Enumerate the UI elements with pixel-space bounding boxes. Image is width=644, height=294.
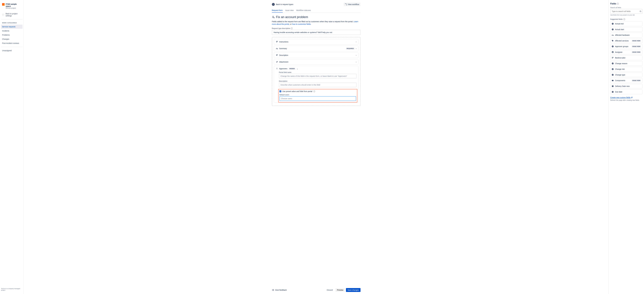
back-arrow-icon: ← xyxy=(2,14,4,16)
back-to-settings-label: Back to project settings xyxy=(6,13,22,17)
refresh-note: Refresh this page after creating new fie… xyxy=(610,99,642,101)
create-custom-fields-link[interactable]: Create new custom fields xyxy=(610,96,642,99)
field-card[interactable]: Actual start xyxy=(610,27,642,32)
sidebar-item-problems[interactable]: Problems xyxy=(1,33,22,37)
field-row-approvers[interactable]: Approvers HIDDEN ⌄ xyxy=(276,68,356,70)
chevdown-icon xyxy=(612,74,614,76)
search-fields-input[interactable] xyxy=(610,9,642,14)
field-card[interactable]: Approver groups ISSUE VIEW xyxy=(610,44,642,49)
preset-checkbox[interactable] xyxy=(280,90,281,92)
back-to-request-types[interactable]: ← Back to request types xyxy=(272,3,294,6)
request-type-description[interactable]: Having trouble accessing certain website… xyxy=(272,30,360,35)
field-row-attachment[interactable]: Attachment › xyxy=(274,59,358,65)
fields-panel: Fields i Search all fields Use fields fr… xyxy=(608,0,644,294)
field-card[interactable]: Components ISSUE VIEW xyxy=(610,78,642,83)
folder-icon xyxy=(612,79,614,82)
chevron-right-icon: › xyxy=(356,48,356,50)
field-card[interactable]: Delivery Date new xyxy=(610,84,642,88)
field-card-label: Affected services xyxy=(615,40,630,42)
field-row-summary[interactable]: Aa Summary REQUIRED › xyxy=(274,46,358,51)
field-card[interactable]: Change risk xyxy=(610,67,642,71)
svg-rect-22 xyxy=(612,85,612,86)
field-description-label: Description xyxy=(279,80,356,82)
sidebar-item-incidents[interactable]: Incidents xyxy=(1,29,22,33)
issue-view-badge: ISSUE VIEW xyxy=(632,80,641,82)
back-arrow-icon: ← xyxy=(272,3,275,6)
cal-icon xyxy=(612,91,614,93)
sidebar: ITSM sample space Service project ← Back… xyxy=(0,0,24,294)
field-row-instructions[interactable]: Instructions › xyxy=(274,39,358,45)
help-text-1: Fields added to the request form are fil… xyxy=(272,21,354,23)
field-card[interactable]: Due date xyxy=(610,90,642,94)
save-changes-button[interactable]: Save changes xyxy=(346,288,360,292)
external-link-icon xyxy=(631,97,632,98)
sidebar-item-unassigned[interactable]: Unassigned xyxy=(1,49,22,53)
field-card-label: Backout plan xyxy=(615,57,641,59)
portal-field-name-label: Portal field name xyxy=(279,71,356,73)
preview-button[interactable]: Preview xyxy=(336,288,345,292)
footer-note: You're in a company-managed project xyxy=(1,287,22,292)
give-feedback-link[interactable]: Give feedback xyxy=(272,289,324,291)
back-to-settings[interactable]: ← Back to project settings xyxy=(1,12,22,18)
search-fields-label: Search all fields xyxy=(610,7,642,9)
view-workflow-button[interactable]: View workflow xyxy=(344,3,360,6)
default-users-input[interactable] xyxy=(280,96,356,101)
field-card[interactable]: Affected services ISSUE VIEW xyxy=(610,39,642,43)
field-card-label: Affected hardware xyxy=(615,34,641,36)
field-card-label: Change reason xyxy=(615,62,641,65)
field-row-description[interactable]: Description › xyxy=(274,53,358,58)
field-card[interactable]: Change reason xyxy=(610,61,642,66)
field-row-label: Instructions xyxy=(279,41,354,43)
create-custom-fields-label: Create new custom fields xyxy=(610,96,630,99)
account-icon: ⚙ xyxy=(272,16,275,19)
preset-highlight: Use preset value and hide from portal i … xyxy=(278,89,357,102)
portal-field-name-input[interactable] xyxy=(279,74,356,78)
tab-workflow-statuses[interactable]: Workflow statuses xyxy=(296,8,311,13)
info-icon[interactable]: i xyxy=(624,18,625,20)
field-card[interactable]: Change type xyxy=(610,73,642,77)
divider xyxy=(1,47,22,47)
discard-button[interactable]: Discard xyxy=(325,288,334,292)
svg-point-11 xyxy=(612,40,612,41)
tab-issue-view[interactable]: Issue view xyxy=(285,8,294,13)
info-icon[interactable]: i xyxy=(291,28,293,29)
sidebar-item-changes[interactable]: Changes xyxy=(1,37,22,41)
issue-view-badge: ISSUE VIEW xyxy=(632,40,641,42)
field-description-input[interactable] xyxy=(279,83,356,87)
attachment-icon xyxy=(276,61,278,63)
paragraph-icon xyxy=(276,41,278,43)
field-card[interactable]: Assignee ISSUE VIEW xyxy=(610,50,642,54)
view-workflow-label: View workflow xyxy=(348,3,359,6)
svg-point-14 xyxy=(612,52,613,52)
svg-rect-24 xyxy=(612,91,614,93)
chevron-down-icon: ⌄ xyxy=(297,68,298,70)
sidebar-item-service-requests[interactable]: Service requests xyxy=(1,25,22,29)
field-card-label: Components xyxy=(615,79,630,82)
field-card[interactable]: Aa Affected hardware xyxy=(610,33,642,37)
text-icon: Aa xyxy=(276,48,278,50)
tag-icon xyxy=(612,40,614,42)
info-icon[interactable]: i xyxy=(313,90,315,92)
field-card-label: Delivery Date new xyxy=(615,85,641,87)
customize-fields-link[interactable]: how to customize fields xyxy=(292,23,311,25)
field-card[interactable]: Backout plan xyxy=(610,56,642,60)
svg-point-2 xyxy=(272,16,274,17)
megaphone-icon xyxy=(272,289,274,291)
field-row-label: Attachment xyxy=(279,61,354,63)
info-icon[interactable]: i xyxy=(617,3,619,5)
field-card-label: Assignee xyxy=(615,51,630,53)
issue-view-badge: ISSUE VIEW xyxy=(632,46,641,48)
help-text-2: , or xyxy=(289,23,292,25)
desc-label: Request type description i xyxy=(272,28,360,29)
sidebar-item-post-incident[interactable]: Post-incident reviews xyxy=(1,41,22,45)
paragraph-icon xyxy=(276,54,278,56)
chevron-right-icon: › xyxy=(356,41,356,43)
field-card[interactable]: Actual end xyxy=(610,22,642,26)
tab-request-form[interactable]: Request form xyxy=(272,8,283,13)
tabs: Request form Issue view Workflow statuse… xyxy=(272,8,360,13)
fields-panel-title: Fields xyxy=(610,3,616,5)
page-title: Fix an account problem xyxy=(276,15,308,19)
field-card-label: Approver groups xyxy=(615,45,630,48)
svg-rect-27 xyxy=(613,91,613,91)
project-type: Service project xyxy=(6,7,22,9)
